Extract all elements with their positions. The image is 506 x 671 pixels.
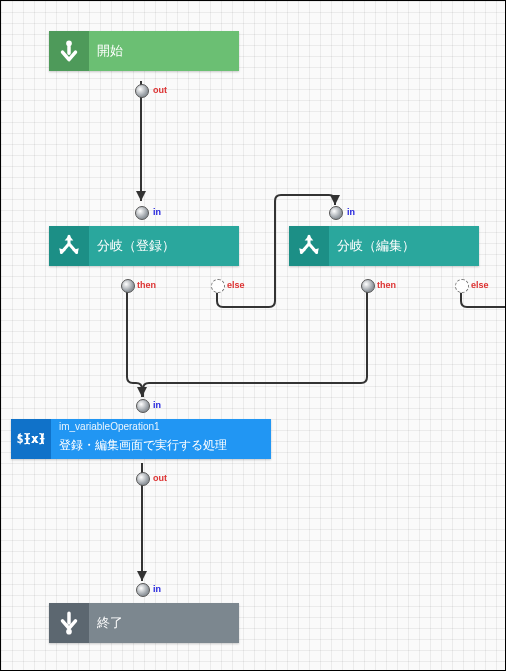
svg-marker-0	[136, 191, 146, 201]
flow-canvas[interactable]: { "nodes": { "start": { "label": "開始", "…	[0, 0, 506, 671]
branch-edit-then-port[interactable]	[361, 279, 375, 293]
branch-register-in-label: in	[153, 207, 161, 217]
variable-in-label: in	[153, 400, 161, 410]
node-variable-sublabel: im_variableOperation1	[59, 421, 160, 432]
node-end-label: 終了	[97, 614, 123, 632]
svg-marker-1	[330, 195, 340, 205]
node-branch-edit-label: 分岐（編集）	[337, 237, 415, 255]
branch-register-else-label: else	[227, 280, 245, 290]
node-branch-register-label: 分岐（登録）	[97, 237, 175, 255]
branch-edit-else-port[interactable]	[455, 279, 469, 293]
node-start-label: 開始	[97, 42, 123, 60]
node-variable-operation[interactable]: ${'{'}x{'}'} ${x} im_variableOperation1 …	[11, 419, 271, 459]
branch-icon	[289, 226, 329, 266]
branch-icon	[49, 226, 89, 266]
variable-in-port[interactable]	[136, 399, 150, 413]
start-out-label: out	[153, 85, 167, 95]
end-icon	[49, 603, 89, 643]
start-icon	[49, 31, 89, 71]
svg-marker-5	[65, 235, 74, 240]
connections	[1, 1, 506, 671]
variable-out-label: out	[153, 473, 167, 483]
branch-register-then-port[interactable]	[121, 279, 135, 293]
branch-edit-in-port[interactable]	[329, 206, 343, 220]
branch-edit-in-label: in	[347, 207, 355, 217]
branch-register-then-label: then	[137, 280, 156, 290]
svg-marker-2	[137, 387, 147, 397]
svg-marker-8	[305, 235, 314, 240]
svg-marker-3	[137, 571, 147, 581]
variable-icon: ${'{'}x{'}'} ${x}	[11, 419, 51, 459]
branch-register-else-port[interactable]	[211, 279, 225, 293]
end-in-label: in	[153, 584, 161, 594]
branch-edit-else-label: else	[471, 280, 489, 290]
node-end[interactable]: 終了	[49, 603, 239, 643]
node-start[interactable]: 開始	[49, 31, 239, 71]
start-out-port[interactable]	[135, 84, 149, 98]
svg-point-12	[66, 629, 72, 635]
node-branch-edit[interactable]: 分岐（編集）	[289, 226, 479, 266]
end-in-port[interactable]	[136, 583, 150, 597]
node-branch-register[interactable]: 分岐（登録）	[49, 226, 239, 266]
branch-edit-then-label: then	[377, 280, 396, 290]
variable-out-port[interactable]	[136, 472, 150, 486]
branch-register-in-port[interactable]	[135, 206, 149, 220]
node-variable-label: 登録・編集画面で実行する処理	[59, 437, 227, 454]
